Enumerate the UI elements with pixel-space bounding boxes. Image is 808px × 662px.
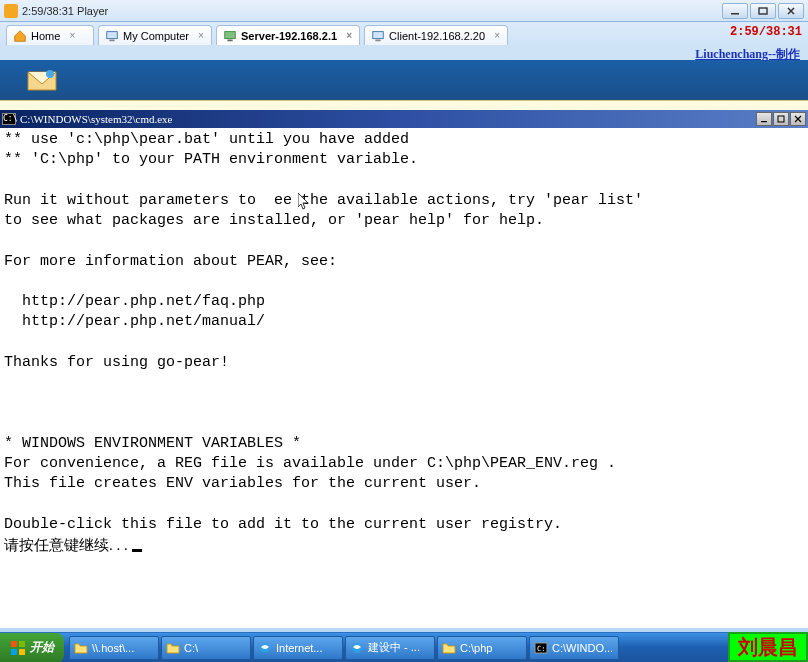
cmd-icon: C: <box>534 641 548 655</box>
computer-icon <box>105 29 119 43</box>
taskbar-item-internet[interactable]: Internet... <box>253 636 343 660</box>
svg-rect-9 <box>761 121 767 122</box>
taskbar: 开始 \\.host\... C:\ Internet... 建设中 - ...… <box>0 632 808 662</box>
tab-close-icon[interactable]: × <box>66 30 78 42</box>
start-button[interactable]: 开始 <box>0 633 64 663</box>
terminal-output: ** use 'c:\php\pear.bat' until you have … <box>4 131 643 533</box>
tab-close-icon[interactable]: × <box>343 30 355 42</box>
svg-rect-6 <box>373 31 384 38</box>
cursor-icon <box>132 549 142 552</box>
svg-rect-1 <box>759 8 767 14</box>
tab-label: Home <box>31 30 60 42</box>
svg-text:C:: C: <box>537 645 545 653</box>
cmd-maximize-button[interactable] <box>773 112 789 126</box>
player-titlebar: 2:59/38:31 Player <box>0 0 808 22</box>
close-button[interactable] <box>778 3 804 19</box>
folder-icon <box>74 641 88 655</box>
tab-label: Server-192.168.2.1 <box>241 30 337 42</box>
cmd-window-controls <box>756 112 806 126</box>
folder-icon <box>442 641 456 655</box>
folder-icon <box>166 641 180 655</box>
player-title-text: 2:59/38:31 Player <box>22 5 108 17</box>
cmd-terminal[interactable]: ** use 'c:\php\pear.bat' until you have … <box>0 128 808 628</box>
svg-rect-14 <box>19 649 25 655</box>
taskbar-item-label: C:\php <box>460 642 492 654</box>
svg-point-8 <box>46 70 54 78</box>
cmd-close-button[interactable] <box>790 112 806 126</box>
taskbar-item-label: C:\ <box>184 642 198 654</box>
watermark-overlay: 刘晨昌 <box>728 632 808 662</box>
background-window-hint <box>0 100 808 110</box>
server-icon <box>223 29 237 43</box>
window-controls <box>722 3 804 19</box>
player-icon <box>4 4 18 18</box>
cmd-minimize-button[interactable] <box>756 112 772 126</box>
svg-rect-3 <box>109 39 114 41</box>
player-title-area: 2:59/38:31 Player <box>4 4 108 18</box>
taskbar-item-php[interactable]: C:\php <box>437 636 527 660</box>
desktop-background <box>0 60 808 100</box>
tab-label: Client-192.168.2.20 <box>389 30 485 42</box>
svg-rect-4 <box>225 31 236 38</box>
start-label: 开始 <box>30 639 54 656</box>
taskbar-item-label: \\.host\... <box>92 642 134 654</box>
tab-label: My Computer <box>123 30 189 42</box>
taskbar-item-label: C:\WINDO... <box>552 642 613 654</box>
svg-rect-5 <box>227 39 232 41</box>
client-icon <box>371 29 385 43</box>
taskbar-item-host[interactable]: \\.host\... <box>69 636 159 660</box>
home-icon <box>13 29 27 43</box>
maximize-button[interactable] <box>750 3 776 19</box>
taskbar-item-cmd[interactable]: C: C:\WINDO... <box>529 636 619 660</box>
minimize-button[interactable] <box>722 3 748 19</box>
ie-icon <box>350 641 364 655</box>
tab-home[interactable]: Home × <box>6 25 94 45</box>
tab-my-computer[interactable]: My Computer × <box>98 25 212 45</box>
tab-close-icon[interactable]: × <box>195 30 207 42</box>
cmd-title-area: C:\ C:\WINDOWS\system32\cmd.exe <box>2 113 172 125</box>
svg-rect-13 <box>11 649 17 655</box>
cmd-title-text: C:\WINDOWS\system32\cmd.exe <box>20 113 172 125</box>
svg-rect-2 <box>107 31 118 38</box>
svg-rect-11 <box>11 641 17 647</box>
svg-rect-0 <box>731 13 739 15</box>
tab-client[interactable]: Client-192.168.2.20 × <box>364 25 508 45</box>
cmd-titlebar[interactable]: C:\ C:\WINDOWS\system32\cmd.exe <box>0 110 808 128</box>
taskbar-item-label: 建设中 - ... <box>368 640 420 655</box>
svg-rect-7 <box>375 39 380 41</box>
terminal-prompt-cn: 请按任意键继续. . . <box>4 537 132 553</box>
taskbar-item-jianshe[interactable]: 建设中 - ... <box>345 636 435 660</box>
cmd-icon: C:\ <box>2 113 16 125</box>
svg-rect-12 <box>19 641 25 647</box>
recording-timer: 2:59/38:31 <box>730 25 802 39</box>
author-credit: Liuchenchang--制作 <box>0 46 808 60</box>
mail-icon[interactable] <box>26 68 58 92</box>
taskbar-item-c-drive[interactable]: C:\ <box>161 636 251 660</box>
tab-server[interactable]: Server-192.168.2.1 × <box>216 25 360 45</box>
ie-icon <box>258 641 272 655</box>
browser-tabstrip: Home × My Computer × Server-192.168.2.1 … <box>0 22 808 46</box>
svg-rect-10 <box>778 116 784 122</box>
taskbar-item-label: Internet... <box>276 642 322 654</box>
tab-close-icon[interactable]: × <box>491 30 503 42</box>
windows-flag-icon <box>10 640 26 656</box>
